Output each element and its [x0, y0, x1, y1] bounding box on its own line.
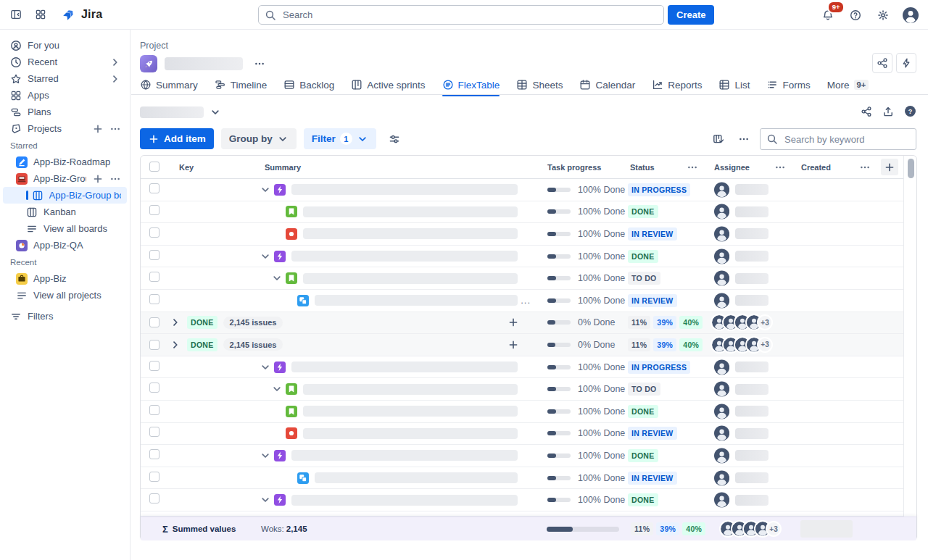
add-issue-to-group-icon[interactable]	[508, 317, 519, 328]
status-badge[interactable]: DONE	[628, 405, 658, 418]
sidebar-item-app-biz[interactable]: App-Biz	[3, 270, 127, 287]
table-row[interactable]: 100% DoneTO DO	[141, 378, 903, 401]
notifications-icon[interactable]: 9+	[818, 5, 838, 25]
table-row[interactable]: 100% DoneDONE	[141, 401, 903, 423]
status-badge[interactable]: DONE	[628, 250, 658, 263]
sidebar-item-apps[interactable]: Apps	[3, 87, 127, 104]
tab-sheets[interactable]: Sheets	[516, 75, 563, 94]
row-checkbox[interactable]	[149, 493, 160, 503]
row-checkbox[interactable]	[149, 383, 160, 393]
expand-row-icon[interactable]	[271, 272, 283, 284]
sidebar-item-app-biz-group-board[interactable]: App-Biz-Group board	[3, 187, 127, 204]
row-checkbox[interactable]	[149, 183, 160, 193]
group-by-button[interactable]: Group by	[221, 128, 297, 149]
status-badge[interactable]: IN PROGRESS	[628, 361, 690, 374]
expand-row-icon[interactable]	[271, 383, 283, 395]
help-icon[interactable]	[845, 5, 866, 25]
status-badge[interactable]: IN REVIEW	[628, 427, 677, 440]
keyword-search-input[interactable]	[783, 133, 914, 146]
column-menu-icon[interactable]	[680, 162, 705, 173]
add-issue-to-group-icon[interactable]	[508, 339, 519, 351]
display-settings-icon[interactable]	[384, 128, 405, 149]
status-badge[interactable]: IN REVIEW	[628, 227, 677, 241]
expand-group-icon[interactable]	[170, 317, 181, 328]
expand-row-icon[interactable]	[260, 450, 271, 461]
expand-row-icon[interactable]	[260, 494, 271, 506]
tab-forms[interactable]: Forms	[767, 75, 811, 94]
expand-row-icon[interactable]	[260, 362, 271, 373]
sidebar-item-recent[interactable]: Recent	[3, 54, 127, 70]
row-checkbox[interactable]	[149, 361, 160, 371]
status-badge[interactable]: TO DO	[628, 383, 660, 396]
status-badge[interactable]: DONE	[628, 205, 658, 218]
sidebar-item-view-all-projects[interactable]: View all projects	[3, 287, 127, 304]
share-project-button[interactable]	[872, 53, 892, 73]
tab-list[interactable]: List	[718, 75, 750, 94]
global-search[interactable]	[258, 5, 664, 25]
global-search-input[interactable]	[281, 9, 658, 21]
project-more-icon[interactable]	[250, 54, 269, 73]
sidebar-item-app-biz-roadmap[interactable]: App-Biz-Roadmap	[3, 154, 127, 170]
sidebar-item-for-you[interactable]: For you	[3, 37, 127, 54]
column-header-created[interactable]: Created	[792, 163, 854, 172]
add-icon[interactable]	[92, 123, 104, 135]
column-header-assignee[interactable]: Assignee	[705, 163, 768, 172]
status-badge[interactable]: DONE	[628, 449, 658, 462]
table-row[interactable]: 100% DoneDONE	[141, 489, 903, 511]
tab-reports[interactable]: Reports	[652, 75, 702, 94]
row-checkbox[interactable]	[149, 449, 160, 459]
sidebar-item-starred[interactable]: Starred	[3, 70, 127, 87]
table-row[interactable]: ...100% DoneIN REVIEW	[141, 290, 903, 312]
tab-more[interactable]: More9+	[827, 75, 869, 94]
row-checkbox[interactable]	[149, 427, 160, 437]
column-header-summary[interactable]: Summary	[255, 163, 538, 172]
filter-button[interactable]: Filter 1	[304, 128, 376, 149]
column-menu-icon[interactable]	[768, 162, 792, 173]
tab-summary[interactable]: Summary	[140, 75, 198, 94]
table-row[interactable]: 100% DoneDONE	[141, 201, 903, 224]
status-badge[interactable]: TO DO	[628, 272, 660, 285]
row-checkbox[interactable]	[149, 205, 160, 215]
sidebar-item-app-biz-qa[interactable]: App-Biz-QA	[3, 237, 127, 254]
tab-flextable[interactable]: FlexTable	[442, 75, 500, 94]
status-badge[interactable]: IN REVIEW	[628, 472, 677, 485]
expand-row-icon[interactable]	[260, 184, 271, 196]
table-row[interactable]: 100% DoneIN PROGRESS	[141, 179, 903, 201]
status-badge[interactable]: IN REVIEW	[628, 294, 677, 307]
help-filled-icon[interactable]: ?	[904, 105, 916, 117]
add-item-button[interactable]: Add item	[140, 128, 214, 149]
table-row[interactable]: 100% DoneIN PROGRESS	[141, 356, 903, 379]
expand-row-icon[interactable]	[260, 251, 271, 262]
more-icon[interactable]	[109, 123, 121, 135]
row-checkbox[interactable]	[149, 227, 160, 238]
keyword-search[interactable]	[760, 128, 916, 150]
row-checkbox[interactable]	[149, 250, 160, 260]
column-header-status[interactable]: Status	[621, 163, 680, 172]
row-checkbox[interactable]	[149, 340, 160, 350]
table-row[interactable]: 100% DoneDONE	[141, 445, 903, 467]
sidebar-item-kanban[interactable]: Kanban	[3, 204, 127, 220]
tab-backlog[interactable]: Backlog	[283, 75, 334, 94]
row-checkbox[interactable]	[149, 405, 160, 415]
table-scrollbar[interactable]	[908, 159, 914, 178]
status-badge[interactable]: DONE	[628, 493, 658, 506]
create-button[interactable]: Create	[668, 5, 714, 25]
tab-calendar[interactable]: Calendar	[579, 75, 635, 94]
column-menu-icon[interactable]	[854, 162, 876, 173]
row-checkbox[interactable]	[149, 472, 160, 482]
sidebar-collapse-icon[interactable]	[6, 4, 26, 25]
row-checkbox[interactable]	[149, 272, 160, 282]
table-group-row[interactable]: DONE2,145 issues0% Done11%39%40%+3	[141, 334, 903, 356]
table-row[interactable]: 100% DoneIN REVIEW	[141, 223, 903, 246]
sidebar-item-filters[interactable]: Filters	[3, 308, 127, 325]
add-column-button[interactable]	[881, 159, 898, 175]
board-settings-icon[interactable]	[709, 130, 728, 149]
table-row[interactable]: 100% DoneDONE	[141, 246, 903, 268]
more-options-icon[interactable]	[734, 130, 753, 149]
automation-button[interactable]	[896, 53, 916, 73]
row-checkbox[interactable]	[149, 294, 160, 304]
sidebar-item-projects[interactable]: Projects	[3, 120, 127, 137]
table-row[interactable]: 100% DoneIN REVIEW	[141, 467, 903, 490]
profile-avatar[interactable]	[900, 5, 921, 25]
sidebar-item-plans[interactable]: Plans	[3, 104, 127, 120]
